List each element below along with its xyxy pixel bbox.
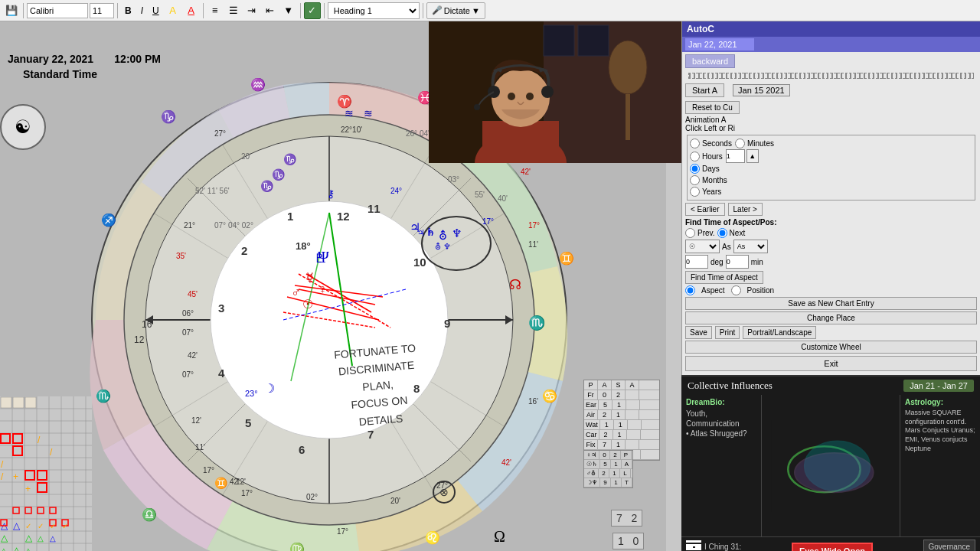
- svg-text:✓: ✓: [25, 522, 31, 530]
- svg-text:10: 10: [413, 256, 426, 269]
- prev-radio[interactable]: [685, 228, 695, 238]
- list-icon[interactable]: ☰: [225, 2, 242, 19]
- minutes-radio-input[interactable]: [735, 139, 745, 148]
- years-radio-input[interactable]: [690, 187, 700, 197]
- pt-cell: 2: [599, 430, 613, 439]
- hex-line-2: [686, 544, 701, 546]
- pt-cell: 7: [598, 440, 612, 449]
- time-unit-row-5: Years: [690, 186, 972, 197]
- eyes-wide-button[interactable]: Eyes Wide Open: [792, 543, 873, 551]
- font-name-input[interactable]: [27, 3, 88, 18]
- svg-text:07°: 07°: [182, 370, 194, 379]
- animation-section: Animation A Click Left or Ri: [685, 116, 977, 132]
- change-place-button[interactable]: Change Place: [685, 311, 977, 324]
- minutes-radio[interactable]: Minutes: [735, 139, 774, 148]
- backward-button[interactable]: backward: [685, 54, 735, 68]
- years-radio[interactable]: Years: [690, 187, 721, 197]
- reset-button[interactable]: Reset to Cu: [685, 101, 740, 114]
- years-label: Years: [702, 187, 721, 196]
- seconds-radio-input[interactable]: [690, 139, 700, 148]
- svg-text:16: 16: [142, 319, 152, 330]
- toolbar: 💾 B I U A A ≡ ☰ ⇥ ⇤ ▼ ✓ Heading 1 🎤 Dict…: [0, 0, 980, 21]
- bold-button[interactable]: B: [121, 2, 136, 19]
- aspect-radio[interactable]: [685, 285, 695, 295]
- save-new-button[interactable]: Save as New Chart Entry: [685, 297, 977, 310]
- iching-text: I Ching 31: Shou: [704, 543, 741, 551]
- hours-radio[interactable]: Hours: [690, 152, 723, 161]
- degree-input[interactable]: [685, 255, 708, 269]
- later-button[interactable]: Later >: [728, 203, 763, 216]
- svg-text:≋: ≋: [364, 107, 373, 119]
- svg-text:♑: ♑: [161, 109, 176, 124]
- svg-point-192: [795, 452, 874, 491]
- save-icon[interactable]: 💾: [3, 2, 20, 19]
- customize-button[interactable]: Customize Wheel: [685, 341, 977, 354]
- chart-date: January 22, 2021: [8, 53, 93, 65]
- days-radio[interactable]: Days: [690, 164, 720, 174]
- svg-point-185: [541, 86, 554, 98]
- time-num-input[interactable]: [726, 149, 745, 163]
- hex-line-3: [686, 548, 701, 550]
- months-radio[interactable]: Months: [690, 175, 727, 185]
- months-radio-input[interactable]: [690, 175, 700, 185]
- svg-text:17°: 17°: [337, 527, 348, 536]
- portrait-button[interactable]: Portrait/Landscape: [743, 326, 816, 339]
- pt-cell: Car: [584, 430, 599, 439]
- position-radio[interactable]: [731, 285, 741, 295]
- pt-cell: 0: [598, 390, 612, 399]
- toolbar-separator-3: [203, 3, 204, 18]
- st-val: P: [621, 451, 632, 459]
- webcam-image: [429, 21, 681, 163]
- pt-header-a: A: [598, 380, 612, 390]
- st-symbol: ☽♆: [584, 478, 600, 487]
- font-color-icon[interactable]: A: [183, 2, 200, 19]
- more-icon[interactable]: ▼: [280, 2, 297, 19]
- st-row: ♀♃ 0 2 P: [584, 451, 632, 460]
- svg-text:✓: ✓: [50, 522, 56, 530]
- svg-rect-140: [1, 397, 11, 408]
- deg-min-row: deg min: [685, 255, 977, 269]
- save-button[interactable]: Save: [685, 326, 712, 339]
- next-radio[interactable]: [717, 228, 727, 238]
- find-aspect-button[interactable]: Find Time of Aspect: [685, 271, 763, 284]
- svg-text:✓: ✓: [62, 522, 68, 530]
- st-val: 1: [609, 469, 620, 478]
- checkbox-icon[interactable]: ✓: [304, 2, 321, 19]
- aspect-selector-row: ☉ ☽ ♂ As As Mc: [685, 240, 977, 253]
- svg-text:06°: 06°: [182, 309, 194, 318]
- italic-button[interactable]: I: [137, 2, 147, 19]
- planet1-select[interactable]: ☉ ☽ ♂: [685, 240, 720, 253]
- exit-button[interactable]: Exit: [685, 356, 977, 371]
- time-up-button[interactable]: ▲: [746, 149, 759, 163]
- chart-date-input[interactable]: [685, 38, 754, 51]
- planet2-select[interactable]: As Mc: [733, 240, 768, 253]
- dictate-button[interactable]: 🎤 Dictate ▼: [426, 2, 485, 19]
- highlight-icon[interactable]: A: [165, 2, 181, 19]
- svg-text:11': 11': [195, 443, 205, 452]
- pt-cell: 2: [612, 390, 626, 399]
- anim-label: Animation A: [685, 116, 977, 124]
- svg-rect-179: [544, 25, 574, 56]
- min-input[interactable]: [726, 255, 749, 269]
- start-animation-button[interactable]: Start A: [685, 83, 724, 97]
- indent-icon[interactable]: ⇥: [243, 2, 260, 19]
- heading-dropdown[interactable]: Heading 1: [328, 2, 420, 19]
- earlier-button[interactable]: < Earlier: [685, 203, 725, 216]
- pt-cell: 1: [612, 400, 626, 409]
- ellipses-visualization: [762, 395, 900, 536]
- toolbar-separator-6: [423, 3, 423, 18]
- st-val: T: [622, 478, 632, 487]
- print-button[interactable]: Print: [715, 326, 740, 339]
- yin-yang-icon: ☯: [15, 116, 31, 138]
- hours-radio-input[interactable]: [690, 152, 700, 161]
- days-radio-input[interactable]: [690, 164, 700, 174]
- svg-text:♍: ♍: [289, 542, 305, 551]
- format-icon[interactable]: ≡: [207, 2, 224, 19]
- underline-button[interactable]: U: [149, 2, 163, 19]
- svg-text:52' 11' 56': 52' 11' 56': [195, 187, 230, 195]
- font-size-input[interactable]: [90, 3, 114, 18]
- svg-point-187: [508, 93, 515, 100]
- outdent-icon[interactable]: ⇤: [262, 2, 279, 19]
- collective-title: Collective Influences: [688, 380, 773, 392]
- seconds-radio[interactable]: Seconds: [690, 139, 732, 148]
